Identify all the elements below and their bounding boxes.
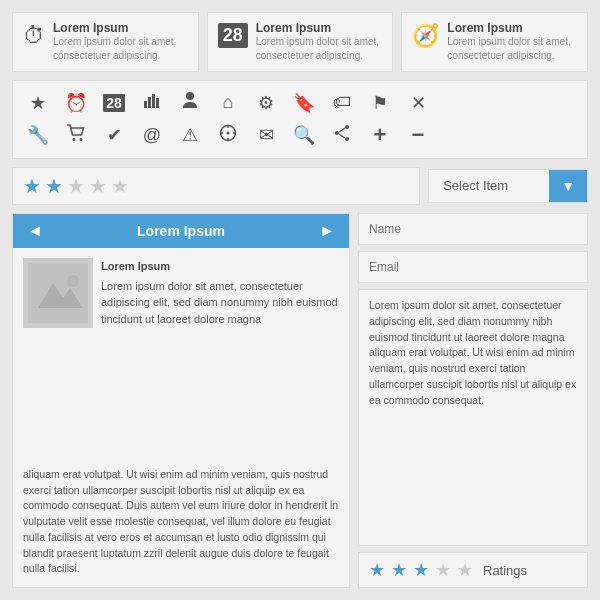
person-icon[interactable] (179, 91, 201, 114)
card-text-2: Lorem Ipsum Lorem ipsum dolor sit amet, … (256, 21, 383, 63)
tag-icon[interactable]: 🏷 (331, 92, 353, 113)
ratings-bottom: ★ ★ ★ ★ ★ Ratings (358, 552, 588, 588)
minus-icon[interactable]: − (407, 122, 429, 148)
bottom-row: ◄ Lorem Ipsum ► Lorem Ipsum Lorem ipsum … (12, 213, 588, 588)
name-input[interactable] (358, 213, 588, 245)
svg-point-5 (73, 138, 76, 141)
rating-star-2[interactable]: ★ (391, 559, 407, 581)
svg-rect-1 (148, 97, 151, 108)
carousel-card: ◄ Lorem Ipsum ► Lorem Ipsum Lorem ipsum … (12, 213, 350, 588)
card-title-2: Lorem Ipsum (256, 21, 383, 35)
star-5[interactable]: ★ (111, 174, 129, 198)
rating-star-1[interactable]: ★ (369, 559, 385, 581)
dropdown-section[interactable]: Select Item ▼ (428, 169, 588, 203)
rating-star-5[interactable]: ★ (457, 559, 473, 581)
star-1[interactable]: ★ (23, 174, 41, 198)
card-text-3: Lorem Ipsum Lorem ipsum dolor sit amet, … (447, 21, 577, 63)
compass-icon-2[interactable] (217, 124, 239, 147)
svg-rect-0 (144, 101, 147, 108)
card-title-1: Lorem Ipsum (53, 21, 188, 35)
svg-point-6 (80, 138, 83, 141)
svg-point-14 (335, 131, 339, 135)
info-card-2: 28 Lorem Ipsum Lorem ipsum dolor sit ame… (207, 12, 394, 72)
home-icon[interactable]: ⌂ (217, 92, 239, 113)
svg-line-17 (339, 134, 345, 138)
carousel-next-button[interactable]: ► (319, 222, 335, 240)
form-body-text: Lorem ipsum dolor sit amet, consectetuer… (358, 289, 588, 546)
compass-icon: 🧭 (412, 23, 439, 49)
dropdown-arrow-button[interactable]: ▼ (549, 170, 587, 202)
calendar-icon-2[interactable]: 28 (103, 94, 125, 112)
form-panel: Lorem ipsum dolor sit amet, consectetuer… (358, 213, 588, 588)
stars-input[interactable]: ★ ★ ★ ★ ★ (12, 167, 420, 205)
card-desc-3: Lorem ipsum dolor sit amet, consectetuer… (447, 35, 577, 63)
star-3[interactable]: ★ (67, 174, 85, 198)
close-icon[interactable]: ✕ (407, 92, 429, 114)
carousel-title: Lorem Ipsum (137, 223, 225, 239)
calendar-icon: 28 (218, 23, 248, 48)
plus-icon[interactable]: + (369, 122, 391, 148)
card-desc-2: Lorem ipsum dolor sit amet, consectetuer… (256, 35, 383, 63)
svg-line-16 (339, 128, 345, 132)
star-icon[interactable]: ★ (27, 92, 49, 114)
warning-icon[interactable]: ⚠ (179, 124, 201, 146)
info-card-3: 🧭 Lorem Ipsum Lorem ipsum dolor sit amet… (401, 12, 588, 72)
page-wrapper: ⏱ Lorem Ipsum Lorem ipsum dolor sit amet… (0, 0, 600, 600)
icon-row-2: 🔧 ✔ @ ⚠ ✉ 🔍 + − (27, 122, 573, 148)
icon-grid: ★ ⏰ 28 ⌂ ⚙ 🔖 🏷 ⚑ ✕ 🔧 ✔ @ ⚠ (12, 80, 588, 159)
svg-point-8 (227, 131, 230, 134)
star-2[interactable]: ★ (45, 174, 63, 198)
svg-rect-2 (152, 94, 155, 108)
card-title-3: Lorem Ipsum (447, 21, 577, 35)
wrench-icon[interactable]: 🔧 (27, 124, 49, 146)
svg-point-4 (186, 92, 194, 100)
chart-icon[interactable] (141, 91, 163, 114)
carousel-body: Lorem Ipsum Lorem ipsum dolor sit amet, … (13, 248, 349, 467)
mail-icon[interactable]: ✉ (255, 124, 277, 146)
dropdown-label: Select Item (429, 170, 549, 202)
card-desc-1: Lorem ipsum dolor sit amet, consectetuer… (53, 35, 188, 63)
svg-point-20 (67, 275, 79, 287)
carousel-prev-button[interactable]: ◄ (27, 222, 43, 240)
info-cards-row: ⏱ Lorem Ipsum Lorem ipsum dolor sit amet… (12, 12, 588, 72)
carousel-text-body: Lorem ipsum dolor sit amet, consectetuer… (101, 278, 339, 328)
icon-row-1: ★ ⏰ 28 ⌂ ⚙ 🔖 🏷 ⚑ ✕ (27, 91, 573, 114)
rating-star-3[interactable]: ★ (413, 559, 429, 581)
carousel-full-text: aliquam erat volutpat. Ut wisi enim ad m… (13, 467, 349, 587)
info-card-1: ⏱ Lorem Ipsum Lorem ipsum dolor sit amet… (12, 12, 199, 72)
email-input[interactable] (358, 251, 588, 283)
clock-icon: ⏱ (23, 23, 45, 49)
star-4[interactable]: ★ (89, 174, 107, 198)
flag-icon[interactable]: ⚑ (369, 92, 391, 114)
svg-rect-3 (156, 98, 159, 108)
rating-star-4[interactable]: ★ (435, 559, 451, 581)
svg-point-13 (345, 125, 349, 129)
carousel-header: ◄ Lorem Ipsum ► (13, 214, 349, 248)
bookmark-icon[interactable]: 🔖 (293, 92, 315, 114)
ratings-label: Ratings (483, 563, 527, 578)
carousel-image (23, 258, 93, 328)
search-icon[interactable]: 🔍 (293, 124, 315, 146)
check-icon[interactable]: ✔ (103, 124, 125, 146)
carousel-text: Lorem Ipsum Lorem ipsum dolor sit amet, … (101, 258, 339, 457)
card-text-1: Lorem Ipsum Lorem ipsum dolor sit amet, … (53, 21, 188, 63)
carousel-text-title: Lorem Ipsum (101, 258, 339, 275)
gear-icon[interactable]: ⚙ (255, 92, 277, 114)
svg-point-15 (345, 137, 349, 141)
at-icon[interactable]: @ (141, 125, 163, 146)
share-icon[interactable] (331, 124, 353, 147)
clock-icon-2[interactable]: ⏰ (65, 92, 87, 114)
cart-icon[interactable] (65, 124, 87, 147)
controls-row: ★ ★ ★ ★ ★ Select Item ▼ (12, 167, 588, 205)
